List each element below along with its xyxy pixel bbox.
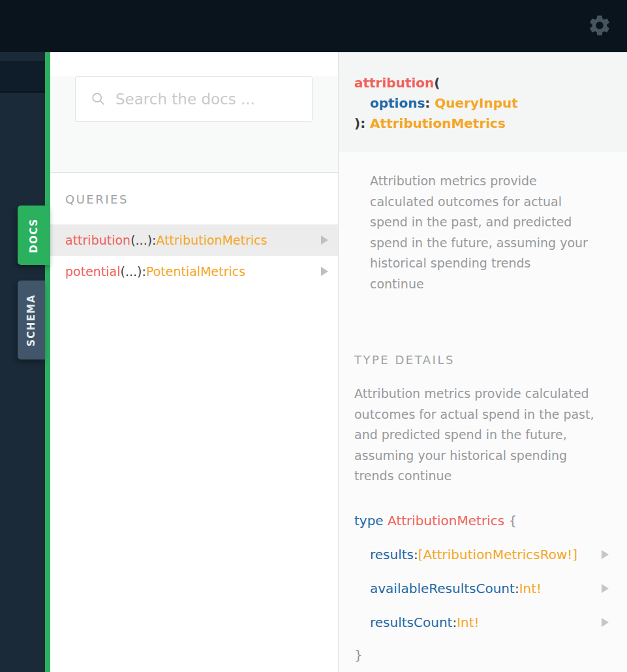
chevron-right-icon [602, 550, 609, 559]
query-detail-panel: attribution( options: QueryInput ): Attr… [339, 52, 627, 672]
signature-name: attribution [354, 75, 434, 91]
queries-section: QUERIES attribution(...): AttributionMet… [50, 173, 338, 287]
settings-button[interactable] [587, 13, 612, 38]
field-description: Attribution metrics provide calculated o… [370, 171, 589, 294]
tab-docs[interactable]: DOCS [18, 206, 50, 265]
field-name: resultsCount [370, 615, 452, 630]
query-args: (...): [130, 233, 156, 247]
chevron-right-icon [321, 267, 328, 276]
query-list: attribution(...): AttributionMetrics pot… [50, 224, 338, 287]
type-field-results[interactable]: results: [AttributionMetricsRow!] [354, 547, 609, 562]
query-item-attribution[interactable]: attribution(...): AttributionMetrics [50, 224, 338, 256]
field-colon: : [452, 615, 457, 630]
field-colon: : [515, 581, 519, 596]
docs-accent-stripe [45, 52, 50, 672]
field-type: [AttributionMetricsRow!] [418, 547, 577, 562]
search-section [50, 76, 338, 173]
signature-arg-colon: : [425, 95, 435, 111]
chevron-right-icon [321, 236, 328, 245]
chevron-right-icon [602, 584, 609, 593]
signature-arg-type: QueryInput [435, 95, 518, 111]
query-name: potential [65, 264, 121, 279]
gear-icon [587, 13, 612, 38]
close-brace: } [354, 647, 609, 663]
search-input[interactable] [115, 91, 301, 108]
field-type: Int! [519, 581, 542, 596]
field-colon: : [414, 547, 418, 562]
type-keyword: type [354, 513, 388, 528]
query-args: (...): [121, 264, 146, 279]
tab-schema-label: SCHEMA [25, 294, 37, 346]
search-icon [91, 92, 106, 106]
docs-panel: QUERIES attribution(...): AttributionMet… [50, 52, 339, 672]
detail-body: Attribution metrics provide calculated o… [339, 151, 627, 663]
type-field-available-results-count[interactable]: availableResultsCount: Int! [354, 581, 609, 596]
query-name: attribution [65, 233, 130, 247]
query-return-type: AttributionMetrics [157, 233, 268, 247]
query-return-type: PotentialMetrics [146, 264, 245, 279]
field-name: availableResultsCount [370, 581, 515, 596]
signature-line-1: attribution( [354, 73, 615, 93]
field-name: results [370, 547, 414, 562]
signature-arg-name: options [370, 95, 425, 111]
open-brace: { [508, 513, 517, 528]
chevron-right-icon [602, 618, 609, 627]
top-bar [0, 0, 627, 52]
left-sidebar [0, 52, 45, 672]
tab-schema[interactable]: SCHEMA [18, 281, 45, 359]
query-signature: attribution( options: QueryInput ): Attr… [339, 52, 627, 151]
signature-return-type: AttributionMetrics [370, 115, 506, 131]
query-item-potential[interactable]: potential(...): PotentialMetrics [50, 256, 338, 287]
queries-section-title: QUERIES [65, 192, 338, 206]
signature-line-3: ): AttributionMetrics [354, 114, 615, 134]
signature-close-paren: ): [354, 115, 370, 131]
tab-docs-label: DOCS [28, 218, 40, 252]
signature-line-2: options: QueryInput [354, 93, 615, 114]
type-definition-open: type AttributionMetrics { [354, 513, 609, 528]
sidebar-collapsed-row [0, 61, 45, 93]
type-name: AttributionMetrics [388, 513, 508, 528]
field-type: Int! [457, 615, 479, 630]
type-details-section-title: TYPE DETAILS [354, 353, 609, 367]
type-description: Attribution metrics provide calculated o… [354, 384, 604, 487]
type-field-results-count[interactable]: resultsCount: Int! [354, 615, 609, 630]
graphql-docs-explorer: DOCS SCHEMA QUERIES attribution(...): At… [0, 0, 627, 672]
search-box[interactable] [75, 76, 313, 122]
signature-open-paren: ( [434, 75, 440, 91]
